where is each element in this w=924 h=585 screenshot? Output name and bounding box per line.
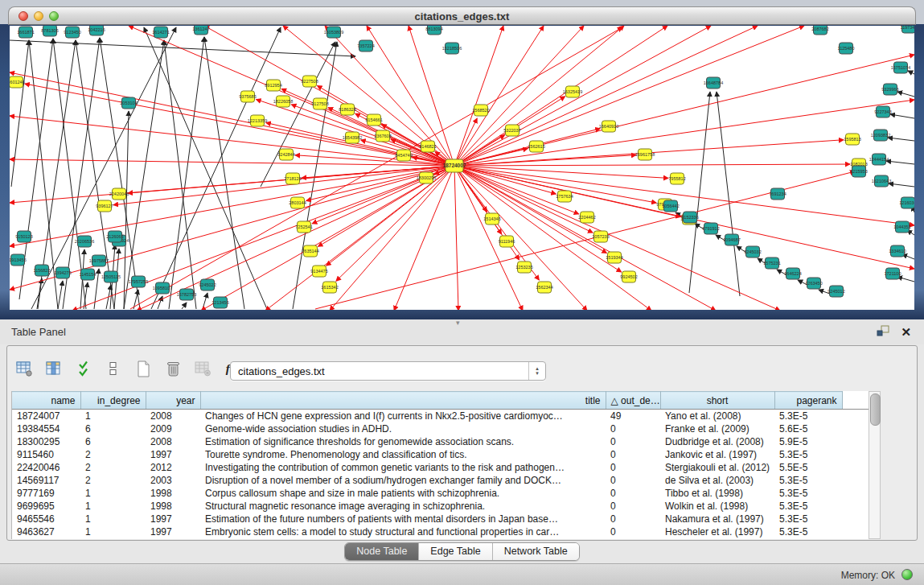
table-cell[interactable]: 0 (606, 500, 660, 513)
tab-node-table[interactable]: Node Table (345, 543, 419, 560)
table-row[interactable]: 1872400712008Changes of HCN gene express… (12, 410, 869, 422)
table-cell[interactable]: 1 (80, 487, 146, 500)
table-cell[interactable]: 2 (80, 461, 146, 474)
table-cell[interactable]: 2 (80, 474, 146, 487)
table-cell[interactable]: 1 (80, 500, 146, 513)
table-settings-icon[interactable] (14, 358, 35, 379)
table-row[interactable]: 2242004622012Investigating the contribut… (12, 461, 869, 474)
table-cell[interactable]: 0 (606, 525, 660, 538)
memory-status-icon[interactable] (901, 569, 913, 580)
close-panel-icon[interactable]: ✕ (901, 327, 911, 338)
table-cell[interactable]: 5.3E-5 (774, 500, 842, 513)
table-cell[interactable]: 18300295 (12, 435, 80, 448)
table-cell[interactable]: 0 (606, 422, 660, 435)
table-cell[interactable]: 5.3E-5 (774, 525, 842, 538)
column-header-out_de[interactable]: △ out_de… (606, 392, 660, 410)
table-cell[interactable]: 5.3E-5 (774, 513, 842, 525)
table-cell[interactable]: 9115460 (12, 448, 80, 461)
table-cell[interactable]: Franke et al. (2009) (660, 422, 774, 435)
table-row[interactable]: 911546021997Tourette syndrome. Phenomeno… (12, 448, 869, 461)
table-cell[interactable]: 1 (80, 525, 146, 538)
table-cell[interactable]: Embryonic stem cells: a model to study s… (200, 525, 606, 538)
table-cell[interactable]: Dudbridge et al. (2008) (660, 435, 774, 448)
float-window-icon[interactable] (877, 325, 889, 340)
table-cell[interactable]: Tourette syndrome. Phenomenology and cla… (200, 448, 606, 461)
table-cell[interactable]: Genome-wide association studies in ADHD. (200, 422, 606, 435)
column-header-title[interactable]: title (200, 392, 606, 410)
table-cell[interactable]: 2012 (146, 461, 200, 474)
show-column-icon[interactable] (43, 358, 64, 379)
table-cell[interactable]: 5.9E-5 (774, 435, 842, 448)
table-cell[interactable]: Corpus callosum shape and size in male p… (200, 487, 606, 500)
table-cell[interactable]: 9777169 (12, 487, 80, 500)
column-header-in_degree[interactable]: in_degree (80, 392, 146, 410)
network-canvas[interactable]: 8912954922750818226058912750881863289154… (10, 26, 914, 310)
select-all-icon[interactable] (73, 358, 94, 379)
table-cell[interactable]: 2003 (146, 474, 200, 487)
table-row[interactable]: 946554611997Estimation of the future num… (12, 513, 869, 525)
table-cell[interactable]: 18724007 (12, 410, 80, 422)
table-cell[interactable]: 49 (606, 410, 660, 422)
table-cell[interactable]: 0 (606, 461, 660, 474)
table-cell[interactable]: 0 (606, 474, 660, 487)
tab-network-table[interactable]: Network Table (493, 543, 579, 560)
table-cell[interactable]: Jankovic et al. (1997) (660, 448, 774, 461)
table-cell[interactable]: 22420046 (12, 461, 80, 474)
delete-icon[interactable] (162, 358, 183, 379)
table-cell[interactable]: 2009 (146, 422, 200, 435)
table-row[interactable]: 1938455462009Genome-wide association stu… (12, 422, 869, 435)
new-file-icon[interactable] (133, 358, 154, 379)
table-cell[interactable]: 2 (80, 448, 146, 461)
table-cell[interactable]: 6 (80, 422, 146, 435)
table-cell[interactable]: 2008 (146, 435, 200, 448)
table-row[interactable]: 969969511998Structural magnetic resonanc… (12, 500, 869, 513)
table-cell[interactable]: 0 (606, 487, 660, 500)
table-cell[interactable]: 1998 (146, 487, 200, 500)
table-cell[interactable]: 9699695 (12, 500, 80, 513)
table-cell[interactable]: 9463627 (12, 525, 80, 538)
table-cell[interactable]: 1 (80, 410, 146, 422)
table-cell[interactable]: 5.5E-5 (774, 461, 842, 474)
column-header-year[interactable]: year (146, 392, 200, 410)
column-header-name[interactable]: name (12, 392, 80, 410)
column-header-short[interactable]: short (660, 392, 774, 410)
table-cell[interactable]: 9465546 (12, 513, 80, 525)
table-cell[interactable]: 1997 (146, 513, 200, 525)
table-cell[interactable]: 5.6E-5 (774, 422, 842, 435)
table-cell[interactable]: 5.3E-5 (774, 474, 842, 487)
row-height-icon[interactable] (103, 358, 124, 379)
table-cell[interactable]: Tibbo et al. (1998) (660, 487, 774, 500)
table-cell[interactable]: 1998 (146, 500, 200, 513)
table-cell[interactable]: Wolkin et al. (1998) (660, 500, 774, 513)
table-cell[interactable]: 2008 (146, 410, 200, 422)
table-cell[interactable]: 5.3E-5 (774, 410, 842, 422)
window-title-bar[interactable]: citations_edges.txt (8, 6, 916, 25)
table-cell[interactable]: Disruption of a novel member of a sodium… (200, 474, 606, 487)
table-row[interactable]: 977716911998Corpus callosum shape and si… (12, 487, 869, 500)
table-cell[interactable]: Nakamura et al. (1997) (660, 513, 774, 525)
table-cell[interactable]: 5.3E-5 (774, 487, 842, 500)
table-cell[interactable]: de Silva et al. (2003) (660, 474, 774, 487)
table-cell[interactable]: 0 (606, 513, 660, 525)
table-cell[interactable]: 6 (80, 435, 146, 448)
table-scrollbar-thumb[interactable] (870, 393, 881, 426)
table-cell[interactable]: 1997 (146, 448, 200, 461)
table-cell[interactable]: Stergiakouli et al. (2012) (660, 461, 774, 474)
table-cell[interactable]: Investigating the contribution of common… (200, 461, 606, 474)
table-row[interactable]: 946362711997Embryonic stem cells: a mode… (12, 525, 869, 538)
column-header-pagerank[interactable]: pagerank (774, 392, 842, 410)
table-row[interactable]: 1456911722003Disruption of a novel membe… (12, 474, 869, 487)
table-cell[interactable]: Structural magnetic resonance image aver… (200, 500, 606, 513)
tab-edge-table[interactable]: Edge Table (419, 543, 492, 560)
table-cell[interactable]: Yano et al. (2008) (660, 410, 774, 422)
table-cell[interactable]: 0 (606, 448, 660, 461)
table-cell[interactable]: Estimation of the future numbers of pati… (200, 513, 606, 525)
table-cell[interactable]: 1 (80, 513, 146, 525)
table-cell[interactable]: Hescheler et al. (1997) (660, 525, 774, 538)
table-cell[interactable]: 14569117 (12, 474, 80, 487)
splitter-grip-icon[interactable]: ▾ (456, 319, 460, 327)
table-cell[interactable]: 19384554 (12, 422, 80, 435)
table-cell[interactable]: 5.3E-5 (774, 448, 842, 461)
table-cell[interactable]: 0 (606, 435, 660, 448)
table-row[interactable]: 1830029562008Estimation of significance … (12, 435, 869, 448)
